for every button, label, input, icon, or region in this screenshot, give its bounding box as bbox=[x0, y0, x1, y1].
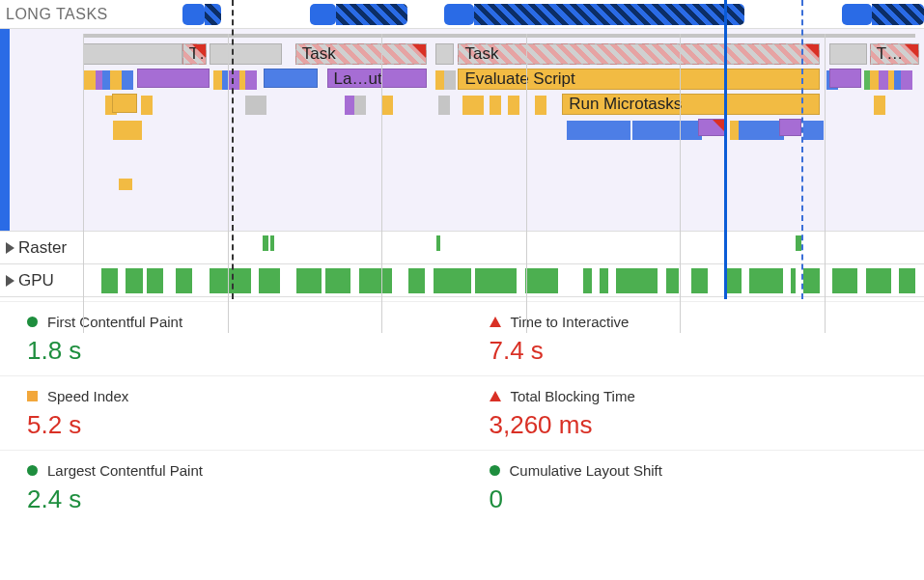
metric-fcp[interactable]: First Contentful Paint 1.8 s bbox=[0, 301, 462, 375]
metric-value: 1.8 s bbox=[27, 336, 443, 366]
raster-expand[interactable]: Raster bbox=[6, 238, 93, 258]
metric-name: First Contentful Paint bbox=[47, 314, 182, 330]
gpu-row[interactable]: GPU bbox=[0, 264, 924, 297]
status-good-icon bbox=[27, 465, 38, 476]
task-bar[interactable]: T… bbox=[870, 43, 920, 65]
metric-name: Cumulative Layout Shift bbox=[510, 462, 662, 479]
task-bar[interactable]: Task bbox=[458, 43, 820, 65]
gpu-label: GPU bbox=[18, 271, 54, 290]
metric-tti[interactable]: Time to Interactive 7.4 s bbox=[462, 301, 925, 375]
expand-icon bbox=[6, 275, 14, 287]
status-good-icon bbox=[27, 317, 38, 327]
raster-row[interactable]: Raster bbox=[0, 232, 924, 264]
gpu-track[interactable] bbox=[93, 268, 924, 293]
main-thread-track[interactable]: T… Task Task T… La…ut bbox=[0, 29, 924, 232]
metric-value: 7.4 s bbox=[490, 336, 906, 366]
metric-value: 3,260 ms bbox=[490, 410, 906, 440]
long-tasks-label: LONG TASKS bbox=[6, 6, 165, 23]
metric-lcp[interactable]: Largest Contentful Paint 2.4 s bbox=[0, 450, 462, 524]
metrics-grid: First Contentful Paint 1.8 s Time to Int… bbox=[0, 297, 924, 524]
layout-bar[interactable]: La…ut bbox=[327, 69, 427, 88]
metric-value: 0 bbox=[490, 484, 906, 514]
raster-label: Raster bbox=[18, 238, 67, 258]
metric-name: Largest Contentful Paint bbox=[47, 462, 203, 479]
long-tasks-row: LONG TASKS bbox=[0, 0, 924, 29]
metric-cls[interactable]: Cumulative Layout Shift 0 bbox=[462, 450, 925, 524]
metric-name: Total Blocking Time bbox=[511, 388, 635, 404]
task-bar[interactable]: T… bbox=[182, 43, 207, 65]
metric-value: 2.4 s bbox=[27, 484, 443, 514]
status-good-icon bbox=[490, 465, 500, 476]
status-avg-icon bbox=[27, 391, 38, 401]
metric-name: Speed Index bbox=[47, 388, 128, 404]
gpu-expand[interactable]: GPU bbox=[6, 271, 93, 290]
task-bar[interactable]: Task bbox=[295, 43, 427, 65]
metric-name: Time to Interactive bbox=[511, 314, 630, 330]
status-bad-icon bbox=[490, 317, 501, 327]
status-bad-icon bbox=[490, 391, 501, 401]
expand-icon bbox=[6, 242, 14, 254]
evaluate-script-bar[interactable]: Evaluate Script bbox=[458, 69, 820, 90]
run-microtasks-bar[interactable]: Run Microtasks bbox=[562, 94, 820, 115]
main-track-handle[interactable] bbox=[0, 29, 10, 231]
raster-track[interactable] bbox=[93, 235, 924, 261]
metric-value: 5.2 s bbox=[27, 410, 443, 440]
metric-tbt[interactable]: Total Blocking Time 3,260 ms bbox=[462, 375, 925, 450]
metric-si[interactable]: Speed Index 5.2 s bbox=[0, 375, 462, 450]
long-tasks-track[interactable] bbox=[175, 4, 924, 25]
